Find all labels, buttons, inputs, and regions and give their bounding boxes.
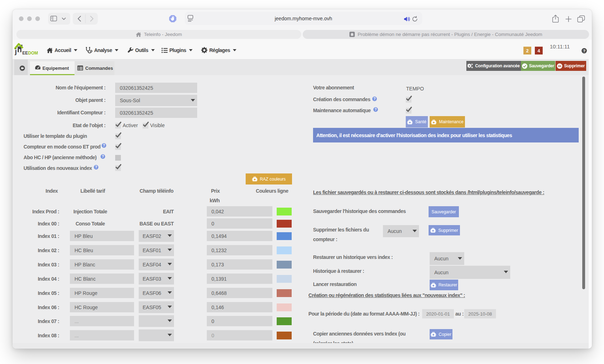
svg-text:j: j (15, 47, 17, 55)
svg-text:DOM: DOM (28, 51, 38, 56)
svg-text:EE: EE (22, 51, 28, 56)
